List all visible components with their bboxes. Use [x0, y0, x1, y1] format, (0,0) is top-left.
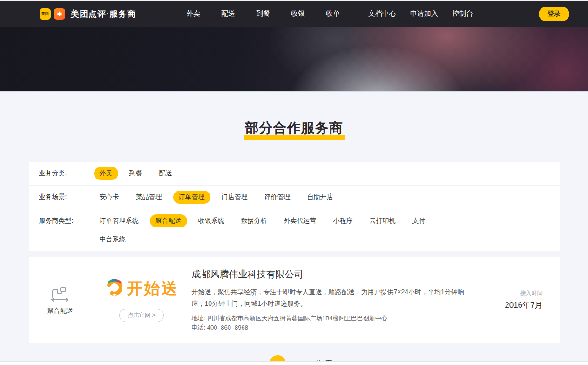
join-time-label: 接入时间	[481, 289, 543, 297]
provider-logo: 开始送	[92, 278, 192, 299]
delivery-route-icon	[49, 285, 71, 303]
filter-option[interactable]: 小程序	[328, 214, 358, 227]
filter-option[interactable]: 数据分析	[236, 214, 273, 227]
kaishisong-pin-icon	[105, 278, 124, 299]
company-name: 成都风腾伟业科技有限公司	[192, 268, 467, 281]
brand-logo[interactable]: 美团 ✱ 美团点评·服务商	[40, 8, 136, 20]
nav-link[interactable]: 外卖	[186, 9, 200, 18]
nav-link[interactable]: 申请加入	[410, 9, 438, 18]
filter-row-label: 业务场景:	[39, 186, 94, 209]
join-time-block: 接入时间 2016年7月	[481, 289, 560, 310]
filter-panel: 业务分类: 外卖到餐配送 业务场景: 安心卡菜品管理订单管理门店管理评价管理自助…	[29, 162, 560, 251]
filter-row-label: 业务分类:	[39, 162, 94, 185]
provider-logo-text: 开始送	[127, 278, 179, 299]
filter-row-label: 服务商类型:	[39, 209, 94, 233]
filter-option[interactable]: 到餐	[124, 167, 148, 180]
nav-link[interactable]: 控制台	[452, 9, 473, 18]
category-label: 聚合配送	[29, 307, 92, 315]
filter-row-business-category: 业务分类: 外卖到餐配送	[29, 162, 560, 186]
filter-option[interactable]: 菜品管理	[130, 191, 168, 204]
login-button[interactable]: 登录	[539, 7, 569, 21]
company-phone: 电话: 400- 860 -8968	[192, 323, 467, 332]
filter-option[interactable]: 门店管理	[216, 191, 253, 204]
filter-option[interactable]: 云打印机	[364, 214, 401, 227]
page-title: 部分合作服务商	[244, 119, 345, 140]
filter-option[interactable]: 外卖代运营	[278, 214, 322, 227]
nav-link[interactable]: 文档中心	[368, 9, 396, 18]
category-block: 聚合配送	[29, 285, 92, 315]
meituan-badge-icon: 美团	[40, 8, 51, 20]
filter-options: 外卖到餐配送	[94, 162, 178, 185]
company-address: 地址: 四川省成都市高新区天府五街菁蓉国际广场1B4楼阿里巴巴创新中心	[192, 314, 467, 323]
nav-group-secondary: 文档中心申请加入控制台	[368, 9, 473, 18]
official-website-button[interactable]: 点击官网 >	[119, 309, 164, 322]
company-description: 开始送，聚焦共享经济，专注于即时专人直送，顺路配送，为用户提供7×24小时，平均…	[192, 286, 467, 310]
filter-option[interactable]: 中台系统	[94, 233, 131, 246]
filter-options: 安心卡菜品管理订单管理门店管理评价管理自助开店	[94, 186, 339, 209]
filter-option[interactable]: 外卖	[94, 167, 118, 180]
filter-option[interactable]: 自助开店	[302, 191, 339, 204]
dianping-star-icon: ✱	[54, 8, 65, 20]
filter-option[interactable]: 订单管理	[173, 191, 210, 204]
filter-row-provider-type: 服务商类型: 订单管理系统聚合配送收银系统数据分析外卖代运营小程序云打印机支付中…	[29, 209, 560, 251]
nav-links: 外卖配送到餐收银收单 文档中心申请加入控制台	[186, 9, 473, 18]
footer-strip	[0, 361, 588, 365]
nav-link[interactable]: 到餐	[256, 9, 270, 18]
filter-option[interactable]: 配送	[154, 167, 178, 180]
hero-banner-image	[0, 27, 588, 92]
nav-link[interactable]: 收单	[326, 9, 340, 18]
filter-option[interactable]: 订单管理系统	[94, 214, 144, 227]
title-section: 部分合作服务商	[0, 119, 588, 140]
provider-logo-block: 开始送 点击官网 >	[92, 278, 192, 322]
nav-link[interactable]: 配送	[221, 9, 235, 18]
provider-card: 聚合配送 开始送 点击官网 > 成都风腾伟业科技有限公司	[29, 257, 560, 343]
filter-row-business-scene: 业务场景: 安心卡菜品管理订单管理门店管理评价管理自助开店	[29, 186, 560, 209]
nav-group-primary: 外卖配送到餐收银收单	[186, 9, 340, 18]
filter-options: 订单管理系统聚合配送收银系统数据分析外卖代运营小程序云打印机支付中台系统	[94, 209, 449, 251]
provider-info: 成都风腾伟业科技有限公司 开始送，聚焦共享经济，专注于即时专人直送，顺路配送，为…	[192, 267, 477, 332]
filter-option[interactable]: 安心卡	[94, 191, 125, 204]
filter-option[interactable]: 评价管理	[259, 191, 296, 204]
brand-text: 美团点评·服务商	[71, 8, 136, 20]
filter-option[interactable]: 聚合配送	[150, 214, 187, 227]
filter-option[interactable]: 支付	[407, 214, 431, 227]
nav-divider	[354, 10, 354, 18]
filter-option[interactable]: 收银系统	[193, 214, 230, 227]
nav-link[interactable]: 收银	[291, 9, 305, 18]
top-navigation: 美团 ✱ 美团点评·服务商 外卖配送到餐收银收单 文档中心申请加入控制台 登录	[0, 0, 588, 27]
join-time-value: 2016年7月	[481, 300, 543, 310]
